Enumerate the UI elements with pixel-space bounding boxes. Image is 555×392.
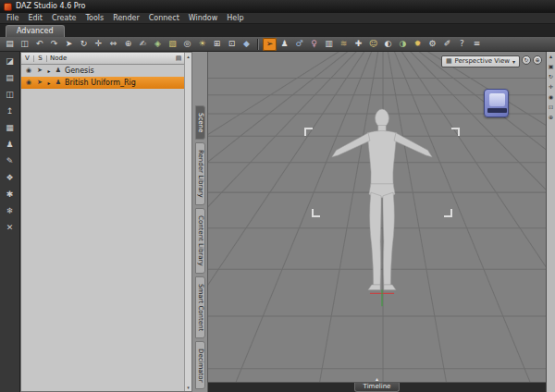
primitive-icon[interactable]: ◆ (240, 38, 253, 51)
panel-menu-icon[interactable]: ≡ (470, 38, 484, 51)
export-icon[interactable]: ↥ (3, 104, 18, 118)
open-icon[interactable]: ▤ (3, 71, 18, 85)
male-icon[interactable]: ♂ (292, 38, 306, 51)
snowflake-icon[interactable]: ❄ (3, 204, 18, 218)
camera-icon[interactable]: ◎ (180, 38, 194, 51)
pan-view-icon[interactable]: ✛ (549, 84, 553, 90)
scale-tool-icon[interactable]: ⇔ (106, 38, 120, 51)
selection-bracket (451, 128, 460, 136)
spot-render-tool-icon[interactable]: ▧ (166, 38, 179, 51)
visibility-eye-icon[interactable]: ◉ (23, 67, 34, 74)
pose-icon[interactable]: ✚ (352, 38, 365, 51)
timeline-expand-icon[interactable]: ▴ (376, 376, 378, 382)
node-figure-icon: ♟ (53, 67, 64, 74)
scene-panel: V S Node ▤ ◉ ➤ ▸ ♟ Genesis (20, 52, 192, 392)
tab-content-library[interactable]: Content Library (195, 208, 205, 274)
active-pose-tool-icon[interactable]: ✍ (136, 38, 150, 51)
menu-tools[interactable]: Tools (80, 15, 108, 22)
redo-icon[interactable]: ↷ (47, 38, 61, 51)
tab-render-library[interactable]: Render Library (195, 142, 205, 205)
create-camera-icon[interactable]: ⊡ (225, 38, 239, 51)
pane-tab-strip: SceneRender LibraryContent LibrarySmart … (192, 52, 208, 392)
tab-decimator[interactable]: Decimator (195, 341, 205, 390)
tab-scene[interactable]: Scene (195, 105, 205, 140)
aim-view-button[interactable]: ⊕ (533, 55, 542, 65)
surfaces-icon[interactable]: ◑ (396, 38, 410, 51)
node-selection-tool-icon[interactable]: ➤ (62, 38, 76, 51)
undo-icon[interactable]: ↶ (32, 38, 46, 51)
menubar: FileEditCreateToolsRenderConnectWindowHe… (0, 13, 555, 24)
viewport-grid-icon: ▦ (446, 58, 452, 65)
menu-file[interactable]: File (2, 15, 23, 22)
expression-icon[interactable]: ☺ (366, 38, 380, 51)
script-icon[interactable]: ✐ (440, 38, 454, 51)
universal-tool-icon[interactable]: ⊕ (121, 38, 135, 51)
female-icon[interactable]: ♀ (307, 38, 321, 51)
scroll-down-icon[interactable]: ▾ (187, 385, 190, 390)
visibility-eye-icon[interactable]: ◉ (23, 80, 34, 86)
light-icon[interactable]: ☀ (195, 38, 209, 51)
figure-icon[interactable]: ♟ (278, 38, 291, 51)
store-icon[interactable]: ◪ (3, 55, 18, 68)
scene-grid-icon[interactable]: ▦ (3, 121, 18, 135)
hair-icon[interactable]: ≋ (337, 38, 351, 51)
translate-tool-icon[interactable]: ✛ (92, 38, 105, 51)
chevron-down-icon: ▾ (512, 58, 515, 65)
figure-icon[interactable]: ♟ (3, 138, 18, 152)
close-icon[interactable]: ✕ (3, 221, 18, 235)
save-file-icon[interactable]: ◫ (18, 38, 31, 51)
expand-caret-icon[interactable]: ▸ (45, 67, 53, 74)
thumbnail-image (489, 93, 505, 106)
scene-row-british-uniform-rig[interactable]: ◉ ➤ ▸ ♟ British Uniform_Rig (21, 77, 184, 89)
scroll-up-icon[interactable]: ▴ (187, 54, 190, 59)
column-visibility[interactable]: V (21, 55, 34, 62)
orbit-cube-icon[interactable]: ▣ (549, 64, 554, 69)
scroll-up-icon[interactable]: ▴ (549, 54, 552, 59)
create-null-icon[interactable]: ⊞ (210, 38, 224, 51)
node-label[interactable]: British Uniform_Rig (64, 80, 136, 87)
environment-icon[interactable]: ✹ (411, 38, 425, 51)
rotate-tool-icon[interactable]: ↻ (77, 38, 91, 51)
zoom-view-icon[interactable]: ◉ (549, 94, 553, 100)
tab-advanced[interactable]: Advanced (6, 25, 65, 37)
selection-cursor-icon[interactable]: ➤ (34, 80, 45, 86)
rotate-view-icon[interactable]: ↻ (549, 74, 553, 80)
aim-view-icon[interactable]: ⊕ (549, 115, 553, 120)
view-selector-dropdown[interactable]: ▦ Perspective View ▾ (441, 55, 520, 67)
main-toolbar: ▤◫↶↷➤↻✛⇔⊕✍◈▧◎☀⊞⊡◆ ➢♟♂♀▥≋✚☺◐◑✹⚙✐?≡ (0, 37, 555, 52)
help-icon[interactable]: ? (455, 38, 469, 51)
column-node[interactable]: Node (47, 55, 173, 62)
viewport-3d[interactable]: ▦ Perspective View ▾ ↻ ⊕ (208, 52, 546, 382)
menu-window[interactable]: Window (184, 15, 223, 22)
node-label[interactable]: Genesis (64, 67, 94, 75)
scene-row-genesis[interactable]: ◉ ➤ ▸ ♟ Genesis (21, 65, 184, 77)
menu-create[interactable]: Create (47, 15, 81, 22)
panel-options-icon[interactable]: ▤ (173, 55, 184, 62)
column-selection[interactable]: S (34, 55, 47, 62)
figure-3d-model (330, 105, 434, 309)
settings-icon[interactable]: ✱ (3, 188, 18, 202)
scene-panel-scrollbar[interactable]: ▴ ▾ (184, 53, 191, 391)
menu-help[interactable]: Help (222, 15, 248, 22)
edit-icon[interactable]: ✎ (3, 154, 18, 168)
surface-selection-tool-icon[interactable]: ◈ (151, 38, 165, 51)
save-icon[interactable]: ◫ (3, 88, 18, 102)
frame-view-icon[interactable]: ⊡ (549, 104, 553, 110)
menu-connect[interactable]: Connect (144, 15, 184, 22)
activity-tab-row: Advanced (0, 24, 555, 37)
menu-edit[interactable]: Edit (23, 15, 47, 22)
expand-caret-icon[interactable]: ▸ (45, 80, 53, 86)
tab-smart-content[interactable]: Smart Content (195, 276, 205, 338)
surfaces-icon[interactable]: ❖ (3, 171, 18, 185)
scene-navigator-tool-icon[interactable]: ➢ (263, 38, 277, 51)
shaping-icon[interactable]: ◐ (381, 38, 395, 51)
render-settings-icon[interactable]: ⚙ (426, 38, 439, 51)
content-item-thumbnail[interactable] (484, 89, 509, 117)
toolbar-group-2: ➢♟♂♀▥≋✚☺◐◑✹⚙✐?≡ (263, 38, 484, 51)
orbit-view-button[interactable]: ↻ (522, 55, 531, 65)
selection-cursor-icon[interactable]: ➤ (34, 67, 45, 74)
open-file-icon[interactable]: ▤ (3, 38, 17, 51)
tab-timeline[interactable]: Timeline (354, 383, 401, 392)
menu-render[interactable]: Render (108, 15, 143, 22)
wardrobe-icon[interactable]: ▥ (322, 38, 336, 51)
